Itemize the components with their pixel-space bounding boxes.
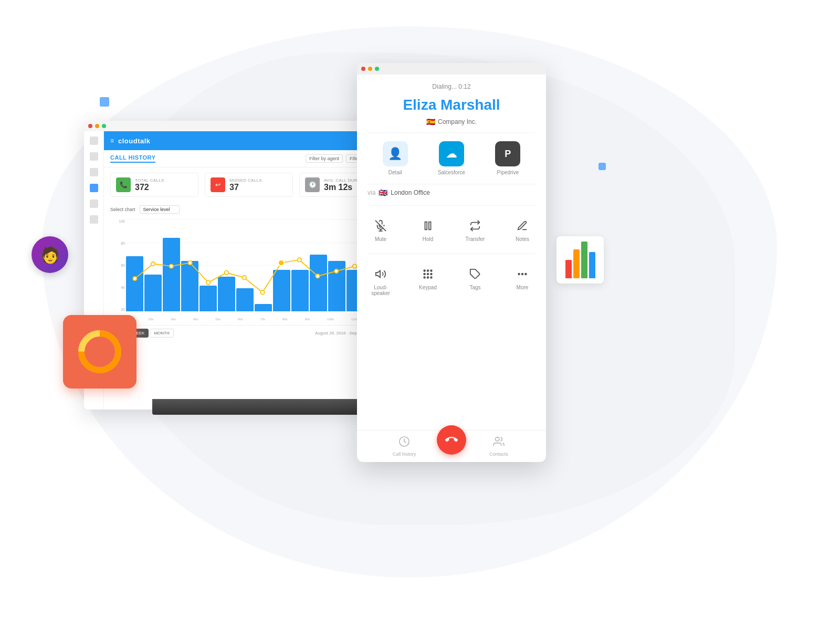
sidebar-icon-settings[interactable] — [90, 215, 98, 224]
tags-icon — [467, 266, 484, 282]
action-grid-2: Loud-speaker Keypad — [357, 254, 546, 308]
avatar-bubble: 🧑 — [32, 236, 68, 273]
svg-rect-18 — [429, 222, 431, 230]
caller-company: 🇪🇸 Company Inc. — [357, 116, 546, 132]
svg-point-30 — [518, 274, 520, 275]
svg-point-1 — [151, 262, 155, 266]
notes-icon — [514, 217, 531, 234]
sidebar-icon-menu[interactable] — [90, 136, 98, 145]
call-history-label: CALL HISTORY — [110, 154, 155, 163]
integration-pipedrive[interactable]: P Pipedrive — [495, 141, 520, 175]
chart-type-select[interactable]: Service level — [140, 205, 180, 214]
svg-point-22 — [430, 270, 432, 271]
svg-point-4 — [206, 280, 211, 285]
filter-agent-btn[interactable]: Filter by agent — [306, 154, 343, 163]
sidebar-icon-calls[interactable] — [90, 184, 98, 192]
widget-bar-3 — [581, 242, 587, 278]
x-label-40s: 40s — [193, 318, 198, 321]
chart-controls: Select chart Service level — [110, 205, 387, 214]
svg-point-10 — [316, 274, 320, 278]
date-range-bar: DAY WEEK MONTH August 26, 2016 - Septemb… — [104, 325, 394, 341]
caller-name: Eliza Marshall — [357, 94, 546, 116]
company-name: Company Inc. — [438, 118, 477, 125]
line-chart-svg — [126, 219, 382, 306]
svg-point-34 — [496, 437, 499, 441]
action-label-mute: Mute — [375, 236, 386, 242]
x-label-90s: 90s — [305, 318, 310, 321]
action-loudspeaker[interactable]: Loud-speaker — [357, 258, 404, 303]
svg-point-31 — [522, 274, 523, 275]
stat-label-calls: TOTAL CALLS — [135, 178, 193, 183]
transfer-icon — [467, 217, 484, 234]
action-label-loudspeaker: Loud-speaker — [371, 285, 390, 296]
integration-detail[interactable]: 👤 Detail — [383, 141, 408, 175]
stats-row: 📞 TOTAL CALLS 372 ↩ MISSED CALLS 37 — [104, 167, 394, 202]
integration-icon-salesforce: ☁ — [439, 141, 464, 166]
phone-dot-yellow — [368, 67, 372, 71]
hold-icon — [419, 217, 436, 234]
sidebar-icon-history[interactable] — [90, 200, 98, 208]
phone-window: Dialing... 0:12 Eliza Marshall 🇪🇸 Compan… — [357, 63, 546, 462]
svg-point-28 — [430, 277, 432, 278]
call-history-nav-icon — [398, 436, 410, 450]
action-grid-1: Mute Hold — [357, 206, 546, 254]
svg-point-9 — [298, 258, 302, 262]
spacer — [357, 308, 546, 430]
dashboard-bottom-bar — [152, 399, 362, 415]
integration-icon-detail: 👤 — [383, 141, 408, 166]
action-tags[interactable]: Tags — [452, 258, 499, 303]
via-flag: 🇬🇧 — [379, 188, 387, 197]
loudspeaker-icon — [372, 266, 389, 282]
action-keypad[interactable]: Keypad — [404, 258, 452, 303]
x-axis: 10s 20s 30s 40s 50s 60s 70s 80s 90s 100s… — [126, 318, 382, 321]
x-label-30s: 30s — [171, 318, 176, 321]
svg-marker-19 — [376, 271, 380, 278]
chart-section: Select chart Service level 100 80 60 40 … — [104, 202, 394, 325]
widget-bar-1 — [565, 260, 572, 278]
action-notes[interactable]: Notes — [499, 210, 546, 249]
phone-bottom-nav: Call history Contacts — [357, 430, 546, 462]
stat-label-missed: MISSED CALLS — [229, 178, 287, 183]
integration-label-pipedrive: Pipedrive — [497, 170, 519, 175]
stat-missed-calls: ↩ MISSED CALLS 37 — [205, 173, 293, 197]
nav-contacts-label: Contacts — [489, 452, 508, 457]
x-label-50s: 50s — [215, 318, 220, 321]
svg-point-8 — [278, 260, 284, 266]
donut-widget — [63, 315, 136, 388]
stat-value-missed: 37 — [229, 183, 287, 192]
phone-titlebar — [357, 63, 546, 75]
sidebar-icon-users[interactable] — [90, 168, 98, 176]
chart-select-label: Select chart — [110, 207, 135, 212]
y-label-60: 60 — [110, 264, 125, 267]
y-label-80: 80 — [110, 242, 125, 245]
keypad-icon — [419, 266, 436, 282]
nav-contacts[interactable]: Contacts — [452, 430, 546, 462]
svg-point-24 — [427, 274, 429, 275]
stat-icon-calls: 📞 — [116, 177, 131, 192]
svg-point-0 — [133, 277, 137, 281]
end-call-button[interactable] — [437, 425, 466, 455]
dashboard-main: ≡ cloudtalk CALL HISTORY Filter by agent… — [104, 131, 394, 410]
call-history-bar: CALL HISTORY Filter by agent Filter by n… — [104, 150, 394, 167]
donut-svg — [74, 326, 126, 378]
action-hold[interactable]: Hold — [404, 210, 452, 249]
integration-salesforce[interactable]: ☁ Salcesforce — [438, 141, 465, 175]
widget-bar-2 — [573, 249, 580, 278]
period-month-btn[interactable]: MONTH — [150, 329, 173, 338]
action-mute[interactable]: Mute — [357, 210, 404, 249]
sidebar-icon-grid[interactable] — [90, 152, 98, 161]
svg-point-5 — [225, 271, 229, 275]
contacts-nav-icon — [493, 436, 505, 450]
action-label-transfer: Transfer — [466, 236, 485, 242]
bar-chart-widget — [556, 236, 604, 284]
action-more[interactable]: More — [499, 258, 546, 303]
via-label: via — [368, 189, 375, 196]
chart-area: 100 80 60 40 20 — [110, 217, 387, 322]
svg-point-12 — [353, 264, 357, 268]
action-transfer[interactable]: Transfer — [452, 210, 499, 249]
deco-square-1 — [100, 97, 109, 107]
svg-point-7 — [260, 290, 265, 295]
svg-point-6 — [242, 276, 246, 280]
y-label-20: 20 — [110, 308, 125, 311]
integration-label-salesforce: Salcesforce — [438, 170, 465, 175]
